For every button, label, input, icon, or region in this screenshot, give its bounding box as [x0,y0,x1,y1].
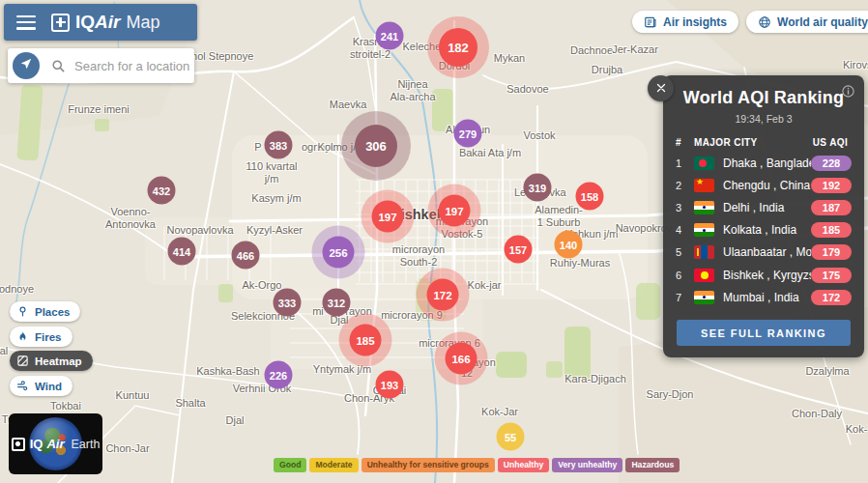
flame-icon [16,330,29,343]
aqi-badge: 187 [811,200,852,215]
aqi-station-marker[interactable]: 185 [350,325,382,356]
close-icon [655,80,667,98]
aqi-station-marker[interactable]: 158 [576,183,604,211]
earth-logo-label: Earth [71,438,100,451]
ranking-row[interactable]: 1Dhaka , Bangladesh228 [663,152,864,174]
layer-label: Places [35,306,70,318]
aqi-station-marker[interactable]: 226 [265,361,293,389]
aqi-station-marker[interactable]: 319 [524,174,552,202]
logo-iq-text: IQ [75,12,95,33]
aqi-station-marker[interactable]: 197 [372,201,404,233]
navigation-arrow-icon [19,57,33,74]
world-air-quality-button[interactable]: World air quality [746,11,868,33]
info-button[interactable] [841,84,855,99]
city-name: Chengdu , China [723,179,811,192]
col-aqi: US AQI [809,137,852,148]
aqi-station-marker[interactable]: 333 [274,289,302,317]
aqi-station-marker[interactable]: 256 [323,237,355,269]
rank-number: 1 [676,157,694,169]
search-bar [8,48,194,83]
aqi-station-marker[interactable]: 306 [355,125,397,167]
top-action-buttons: Air insightsWorld air qualityShare [632,11,868,33]
ranking-row[interactable]: 5Ulaanbaatar , Mo...179 [663,242,864,264]
col-city: MAJOR CITY [694,137,809,148]
iqair-map-logo: IQAir Map [51,12,159,33]
rank-number: 5 [676,246,694,258]
city-name: Kolkata , India [723,223,811,237]
layer-toggle-wind[interactable]: Wind [10,376,72,396]
country-flag-icon [694,245,714,259]
col-rank: # [676,137,694,148]
rank-number: 3 [676,202,694,213]
ranking-row[interactable]: 4Kolkata , India185 [663,219,864,242]
aqi-station-marker[interactable]: 193 [376,371,404,399]
aqi-station-marker[interactable]: 197 [439,195,471,227]
see-full-ranking-button[interactable]: SEE FULL RANKING [677,320,851,346]
info-icon [841,85,855,101]
aqi-station-marker[interactable]: 466 [232,242,260,270]
country-flag-icon [694,156,714,170]
world-aqi-ranking-panel: World AQI Ranking 19:34, Feb 3 # MAJOR C… [663,75,864,357]
globe-icon [758,15,771,29]
aqi-station-marker[interactable]: 383 [265,131,293,159]
legend-unhealthy-for-sensitive-groups: Unhealthy for sensitive groups [362,458,495,472]
layer-toggle-places[interactable]: Places [10,301,80,322]
legend-good: Good [274,458,306,472]
earth-logo-air: Air [46,437,64,451]
air-insights-button[interactable]: Air insights [632,11,738,33]
city-name: Mumbai , India [723,291,811,304]
app-header: IQAir Map [4,4,197,41]
rank-number: 6 [676,270,694,281]
aqi-badge: 192 [811,178,852,193]
aqi-station-marker[interactable]: 279 [454,120,482,148]
aqi-station-marker[interactable]: 140 [555,231,583,259]
aqi-station-marker[interactable]: 182 [439,28,477,67]
layer-label: Fires [35,331,62,343]
iqair-plus-logo-icon [51,14,70,32]
aqi-station-marker[interactable]: 172 [427,279,459,311]
button-label: World air quality [777,15,868,29]
ranking-row[interactable]: 6Bishkek , Kyrgyzstan175 [663,264,864,286]
city-name: Dhaka , Bangladesh [723,156,811,170]
aqi-station-marker[interactable]: 55 [497,423,525,451]
country-flag-icon [694,223,714,237]
legend-unhealthy: Unhealthy [498,458,550,472]
aqi-station-marker[interactable]: 166 [446,343,477,375]
aqi-badge: 172 [811,290,852,305]
country-flag-icon [694,179,714,192]
legend-moderate: Moderate [309,458,358,472]
legend-very-unhealthy: Very unhealthy [552,458,622,472]
search-input[interactable] [72,58,194,74]
layer-toggle-fires[interactable]: Fires [10,327,72,347]
panel-timestamp: 19:34, Feb 3 [663,113,864,125]
logo-air-text: Air [95,12,120,33]
button-label: Air insights [663,15,727,29]
aqi-station-marker[interactable]: 432 [148,177,176,205]
aqi-station-marker[interactable]: 414 [168,238,196,266]
iqair-plus-logo-icon [12,438,25,451]
pin-icon [16,305,29,318]
logo-map-text: Map [126,13,159,33]
country-flag-icon [694,201,714,214]
locate-me-button[interactable] [13,52,40,79]
layer-toggle-heatmap[interactable]: Heatmap [10,351,93,371]
ranking-row[interactable]: 2Chengdu , China192 [663,174,864,196]
iqair-map-app: -Zhol StepnoyeKrasnyjstroitel-2Kelechek … [0,0,868,483]
aqi-station-marker[interactable]: 312 [323,289,351,317]
newspaper-icon [644,15,657,29]
hamburger-menu-icon[interactable] [16,15,36,30]
heatmap-icon [16,355,29,367]
ranking-rows: 1Dhaka , Bangladesh2282Chengdu , China19… [663,152,864,308]
close-panel-button[interactable] [648,75,674,101]
ranking-row[interactable]: 3Delhi , India187 [663,196,864,218]
aqi-station-marker[interactable]: 157 [505,236,533,264]
aqi-station-marker[interactable]: 241 [376,22,404,50]
layer-label: Wind [35,381,62,392]
panel-title: World AQI Ranking [663,88,864,108]
ranking-row[interactable]: 7Mumbai , India172 [663,286,864,308]
layer-label: Heatmap [35,355,82,367]
legend-hazardous: Hazardous [625,458,680,472]
city-name: Bishkek , Kyrgyzstan [723,269,811,282]
iqair-earth-widget[interactable]: IQAir Earth [9,413,102,474]
rank-number: 7 [676,292,694,303]
